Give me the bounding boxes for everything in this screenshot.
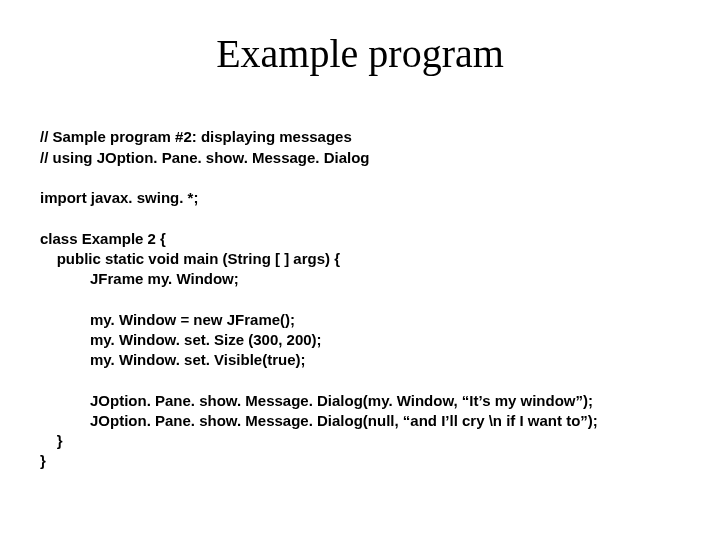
code-line: import javax. swing. *; bbox=[40, 189, 198, 206]
code-line: my. Window. set. Visible(true); bbox=[40, 351, 305, 368]
code-line: // Sample program #2: displaying message… bbox=[40, 128, 352, 145]
code-line: JOption. Pane. show. Message. Dialog(nul… bbox=[40, 412, 598, 429]
code-line: } bbox=[40, 432, 63, 449]
code-line: // using JOption. Pane. show. Message. D… bbox=[40, 149, 370, 166]
code-line: JOption. Pane. show. Message. Dialog(my.… bbox=[40, 392, 593, 409]
code-line: public static void main (String [ ] args… bbox=[40, 250, 340, 267]
code-line: JFrame my. Window; bbox=[40, 270, 239, 287]
code-line: my. Window = new JFrame(); bbox=[40, 311, 295, 328]
code-line: class Example 2 { bbox=[40, 230, 166, 247]
code-line: } bbox=[40, 452, 46, 469]
slide-title: Example program bbox=[40, 30, 680, 77]
slide: Example program // Sample program #2: di… bbox=[0, 0, 720, 492]
code-line: my. Window. set. Size (300, 200); bbox=[40, 331, 322, 348]
code-block: // Sample program #2: displaying message… bbox=[40, 107, 680, 472]
